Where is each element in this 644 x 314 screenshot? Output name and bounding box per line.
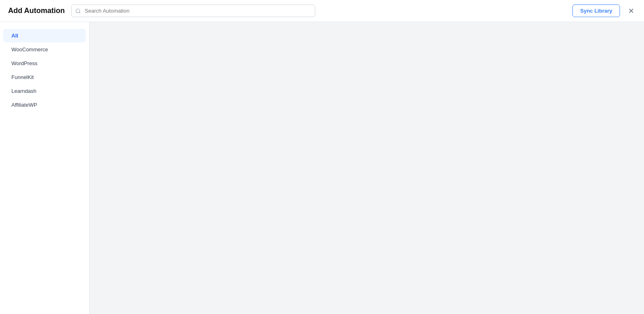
sidebar-item-all[interactable]: All: [3, 29, 86, 42]
sidebar: AllWooCommerceWordPressFunnelKitLearndas…: [0, 22, 90, 314]
svg-line-1: [79, 12, 81, 13]
close-button[interactable]: ✕: [627, 6, 636, 16]
search-icon: [75, 8, 81, 14]
sidebar-item-woocommerce[interactable]: WooCommerce: [3, 43, 86, 56]
sidebar-item-funnelkit[interactable]: FunnelKit: [3, 70, 86, 84]
svg-point-0: [76, 9, 80, 12]
sidebar-item-affiliatewp[interactable]: AffiliateWP: [3, 98, 86, 112]
sidebar-item-learndash[interactable]: Learndash: [3, 84, 86, 98]
header: Add Automation Sync Library ✕: [0, 0, 644, 22]
search-wrapper: [71, 4, 315, 17]
main-layout: AllWooCommerceWordPressFunnelKitLearndas…: [0, 22, 644, 314]
sidebar-item-wordpress[interactable]: WordPress: [3, 57, 86, 70]
search-input[interactable]: [71, 4, 315, 17]
sync-library-button[interactable]: Sync Library: [572, 4, 620, 17]
main-content: [90, 22, 644, 314]
page-title: Add Automation: [8, 7, 65, 15]
